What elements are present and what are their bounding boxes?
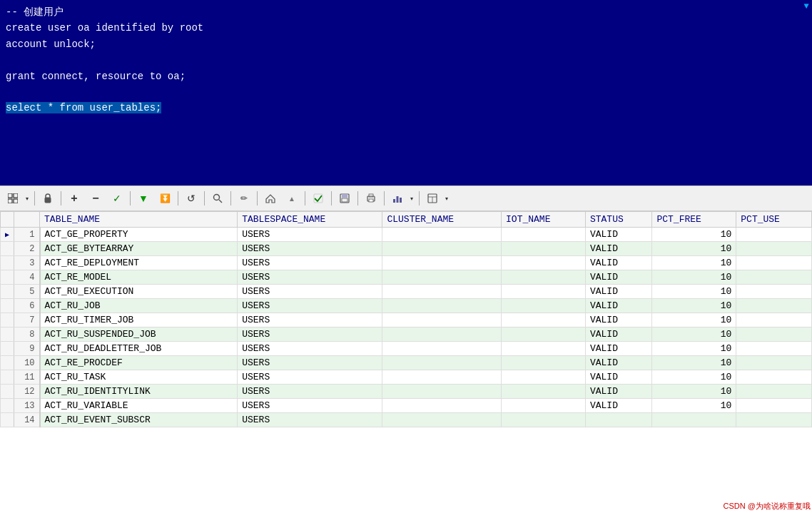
up-small-btn[interactable]: ▲ — [282, 189, 302, 208]
down-arrow-btn[interactable]: ▼ — [133, 189, 153, 208]
cell-iot[interactable] — [502, 385, 586, 399]
cell-table-name[interactable]: ACT_RU_TIMER_JOB — [40, 313, 238, 327]
cell-table-name[interactable]: ACT_RU_VARIABLE — [40, 399, 238, 413]
cell-tablespace[interactable]: USERS — [238, 399, 382, 413]
cell-pct-free[interactable]: 10 — [652, 299, 736, 313]
cell-pct-free[interactable]: 10 — [652, 385, 736, 399]
cell-status[interactable]: VALID — [585, 313, 651, 327]
table-row[interactable]: 2ACT_GE_BYTEARRAYUSERSVALID10 — [1, 242, 812, 256]
cell-iot[interactable] — [502, 370, 586, 385]
cell-cluster[interactable] — [382, 399, 502, 413]
col-iot[interactable]: IOT_NAME — [502, 212, 586, 228]
cell-cluster[interactable] — [382, 242, 502, 256]
cell-pct-free[interactable]: 10 — [652, 356, 736, 370]
cell-pct-free[interactable]: 10 — [652, 399, 736, 413]
table-row[interactable]: 14ACT_RU_EVENT_SUBSCRUSERS — [1, 413, 812, 427]
editor-scrollbar[interactable]: ▼ — [801, 0, 812, 186]
cell-pct-free[interactable]: 10 — [652, 370, 736, 385]
cell-table-name[interactable]: ACT_RU_SUSPENDED_JOB — [40, 327, 238, 342]
cell-pct-used[interactable] — [736, 385, 812, 399]
cell-tablespace[interactable]: USERS — [238, 242, 382, 256]
check-btn[interactable]: ✓ — [107, 189, 127, 208]
cell-pct-used[interactable] — [736, 256, 812, 270]
cell-iot[interactable] — [502, 228, 586, 242]
cell-cluster[interactable] — [382, 270, 502, 285]
col-pct-free[interactable]: PCT_FREE — [652, 212, 736, 228]
cell-table-name[interactable]: ACT_RU_JOB — [40, 299, 238, 313]
cell-pct-used[interactable] — [736, 356, 812, 370]
cell-pct-free[interactable]: 10 — [652, 285, 736, 299]
cell-cluster[interactable] — [382, 313, 502, 327]
cell-cluster[interactable] — [382, 413, 502, 427]
cell-pct-free[interactable]: 10 — [652, 327, 736, 342]
cell-cluster[interactable] — [382, 285, 502, 299]
grid-dropdown[interactable]: ▾ — [3, 189, 31, 208]
cell-iot[interactable] — [502, 270, 586, 285]
cell-cluster[interactable] — [382, 342, 502, 356]
table-row[interactable]: 12ACT_RU_IDENTITYLINKUSERSVALID10 — [1, 385, 812, 399]
cell-table-name[interactable]: ACT_GE_PROPERTY — [40, 228, 238, 242]
col-status[interactable]: STATUS — [585, 212, 651, 228]
cell-pct-used[interactable] — [736, 342, 812, 356]
cell-pct-free[interactable]: 10 — [652, 256, 736, 270]
cell-tablespace[interactable]: USERS — [238, 285, 382, 299]
cell-tablespace[interactable]: USERS — [238, 342, 382, 356]
print-btn[interactable] — [361, 189, 381, 208]
cell-cluster[interactable] — [382, 356, 502, 370]
cell-pct-used[interactable] — [736, 399, 812, 413]
lock-btn[interactable] — [38, 189, 58, 208]
cell-cluster[interactable] — [382, 256, 502, 270]
search-btn[interactable] — [208, 189, 228, 208]
cell-pct-free[interactable]: 10 — [652, 313, 736, 327]
cell-pct-used[interactable] — [736, 228, 812, 242]
cell-pct-used[interactable] — [736, 299, 812, 313]
chart-dropdown[interactable]: ▾ — [387, 189, 416, 208]
cell-tablespace[interactable]: USERS — [238, 413, 382, 427]
table-row[interactable]: 4ACT_RE_MODELUSERSVALID10 — [1, 270, 812, 285]
cell-tablespace[interactable]: USERS — [238, 385, 382, 399]
home-btn[interactable] — [260, 189, 280, 208]
chart-dropdown-arrow[interactable]: ▾ — [407, 189, 416, 208]
cell-tablespace[interactable]: USERS — [238, 299, 382, 313]
cell-iot[interactable] — [502, 356, 586, 370]
cell-iot[interactable] — [502, 342, 586, 356]
col-pct-used[interactable]: PCT_USE — [736, 212, 812, 228]
cell-status[interactable]: VALID — [585, 327, 651, 342]
grid-dropdown-arrow[interactable]: ▾ — [23, 189, 31, 208]
cell-tablespace[interactable]: USERS — [238, 228, 382, 242]
cell-status[interactable]: VALID — [585, 256, 651, 270]
cell-iot[interactable] — [502, 242, 586, 256]
cell-status[interactable]: VALID — [585, 385, 651, 399]
cell-pct-used[interactable] — [736, 270, 812, 285]
cell-tablespace[interactable]: USERS — [238, 270, 382, 285]
cell-table-name[interactable]: ACT_RU_IDENTITYLINK — [40, 385, 238, 399]
cell-pct-used[interactable] — [736, 413, 812, 427]
table-row[interactable]: 9ACT_RU_DEADLETTER_JOBUSERSVALID10 — [1, 342, 812, 356]
cell-status[interactable]: VALID — [585, 299, 651, 313]
sql-editor[interactable]: -- 创建用户 create user oa identified by roo… — [0, 0, 812, 186]
cell-pct-free[interactable]: 10 — [652, 342, 736, 356]
add-btn[interactable]: + — [64, 189, 84, 208]
cell-iot[interactable] — [502, 313, 586, 327]
cell-cluster[interactable] — [382, 370, 502, 385]
scroll-down-arrow[interactable]: ▼ — [802, 0, 810, 13]
table-dropdown-arrow[interactable]: ▾ — [442, 189, 451, 208]
cell-pct-used[interactable] — [736, 285, 812, 299]
cell-status[interactable]: VALID — [585, 270, 651, 285]
grid-btn[interactable] — [3, 189, 23, 208]
cell-table-name[interactable]: ACT_RU_TASK — [40, 370, 238, 385]
cell-status[interactable] — [585, 413, 651, 427]
cell-pct-used[interactable] — [736, 327, 812, 342]
cell-table-name[interactable]: ACT_RE_MODEL — [40, 270, 238, 285]
cell-cluster[interactable] — [382, 327, 502, 342]
cell-iot[interactable] — [502, 413, 586, 427]
cell-status[interactable]: VALID — [585, 399, 651, 413]
table-row[interactable]: 5ACT_RU_EXECUTIONUSERSVALID10 — [1, 285, 812, 299]
save-btn[interactable] — [335, 189, 355, 208]
table-row[interactable]: 8ACT_RU_SUSPENDED_JOBUSERSVALID10 — [1, 327, 812, 342]
cell-tablespace[interactable]: USERS — [238, 356, 382, 370]
cell-table-name[interactable]: ACT_RU_EXECUTION — [40, 285, 238, 299]
table-row[interactable]: ▶1ACT_GE_PROPERTYUSERSVALID10 — [1, 228, 812, 242]
double-down-btn[interactable]: ⏬ — [155, 189, 175, 208]
cell-table-name[interactable]: ACT_GE_BYTEARRAY — [40, 242, 238, 256]
